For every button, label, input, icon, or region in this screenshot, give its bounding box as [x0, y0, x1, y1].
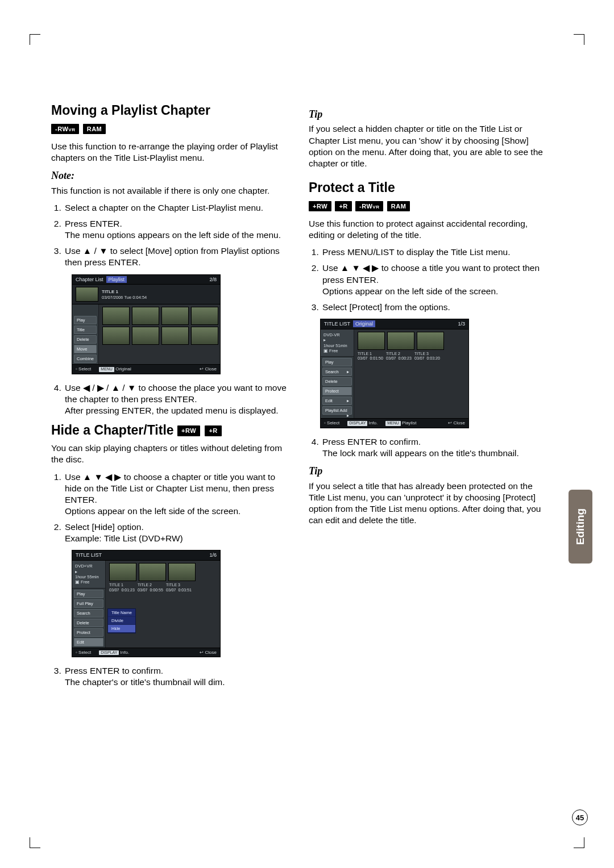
shot-main: TITLE 103/07 0:01:23 TITLE 203/07 0:00:5…	[106, 561, 220, 648]
menu-delete[interactable]: Delete	[74, 335, 97, 344]
steps-hide-cont: Press ENTER to confirm. The chapter's or…	[51, 665, 293, 688]
badge-plus-r: +R	[335, 201, 351, 211]
badge-plus-r: +R	[205, 425, 221, 436]
chapter-thumb[interactable]	[191, 327, 218, 345]
step-text: Press ENTER to confirm.	[65, 666, 163, 675]
chapter-thumb[interactable]	[132, 307, 159, 325]
footer-close: ↩ Close	[200, 366, 217, 372]
heading-moving-playlist: Moving a Playlist Chapter	[51, 102, 293, 119]
menu-title[interactable]: Title	[74, 326, 97, 334]
crop-mark	[30, 34, 40, 45]
info-free: 1hour 55min	[75, 574, 102, 579]
menu-delete[interactable]: Delete	[74, 619, 103, 627]
shot-sidebar: DVD+VR ▸ 1hour 55min ▣ Free Play Full Pl…	[72, 561, 106, 648]
title-cell: TITLE 303/07 0:03:20	[414, 352, 441, 361]
steps-move-chapter: Select a chapter on the Chapter List-Pla…	[51, 202, 293, 269]
heading-hide-chapter: Hide a Chapter/Title +RW +R	[51, 422, 293, 439]
menu-delete[interactable]: Delete	[322, 377, 352, 386]
page-number: 45	[572, 809, 588, 825]
info-format: DVD-VR	[323, 332, 351, 337]
steps-move-chapter-cont: Use ◀ / ▶ / ▲ / ▼ to choose the place yo…	[51, 382, 293, 416]
menu-full-play[interactable]: Full Play	[74, 599, 103, 608]
step-text: Options appear on the left side of the s…	[322, 286, 498, 296]
menu-protect[interactable]: Protect	[74, 628, 103, 637]
note-text: This function is not available if there …	[51, 185, 293, 197]
step: Select [Hide] option. Example: Title Lis…	[64, 521, 293, 544]
chapter-thumb[interactable]	[161, 327, 189, 345]
title-thumb[interactable]	[358, 332, 385, 350]
badge-plus-rw: +RW	[309, 201, 331, 211]
menu-search[interactable]: Search	[74, 609, 103, 617]
chapter-thumb[interactable]	[132, 327, 159, 345]
shot-main: TITLE 103/07 0:01:50 TITLE 203/07 0:00:2…	[354, 329, 468, 419]
menu-play[interactable]: Play	[74, 316, 97, 324]
header-title: TITLE 1	[102, 289, 147, 295]
step-text: Use ▲ ▼ ◀ ▶ to choose a chapter or title…	[65, 472, 275, 504]
step-text: Select [Hide] option.	[65, 522, 144, 532]
info-free-label: ▣ Free	[323, 348, 351, 353]
side-tab: Editing	[569, 490, 592, 564]
chapter-thumb[interactable]	[102, 307, 130, 325]
menu-edit[interactable]: Edit	[74, 638, 103, 646]
header-date: 03/07/2006 Tue 0:04:54	[102, 295, 147, 300]
submenu-hide[interactable]: Hide	[108, 625, 135, 633]
submenu-title-name[interactable]: Title Name	[108, 609, 135, 617]
title-cell: TITLE 303/07 0:03:51	[166, 583, 192, 592]
title-thumb[interactable]	[417, 332, 444, 350]
submenu-divide[interactable]: Divide	[108, 617, 135, 625]
shot-title-left: Chapter List	[76, 277, 103, 282]
screenshot-chapter-list: Chapter List Playlist 2/8 TITLE 1 03/07/…	[72, 274, 221, 374]
title-thumb[interactable]	[387, 332, 414, 350]
note-label: Note:	[51, 169, 293, 182]
crop-mark	[30, 837, 40, 848]
footer-close: ↩ Close	[200, 650, 217, 656]
title-cell: TITLE 103/07 0:01:23	[109, 583, 135, 592]
menu-playlist-add[interactable]: Playlist Add ▸	[322, 406, 352, 415]
info-free: 1hour 51min	[323, 343, 351, 348]
shot-title-left: TITLE LIST	[324, 321, 350, 327]
chapter-thumb[interactable]	[161, 307, 189, 325]
intro-text: You can skip playing chapters or titles …	[51, 443, 293, 465]
footer-info: Info.	[369, 420, 378, 425]
chapter-thumb[interactable]	[191, 307, 218, 325]
shot-title-right: 1/3	[458, 321, 465, 327]
title-cell: TITLE 203/07 0:00:55	[138, 583, 164, 592]
step-text: After pressing ENTER, the updated menu i…	[65, 406, 279, 415]
step-text: Use ◀ / ▶ / ▲ / ▼ to choose the place yo…	[65, 383, 287, 404]
menu-combine[interactable]: Combine	[74, 354, 97, 363]
shot-sidebar: Play Title Delete Move Combine	[72, 304, 99, 364]
side-tab-label: Editing	[574, 508, 587, 545]
menu-edit[interactable]: Edit ▸	[322, 397, 352, 405]
footer-select: ◦ Select	[76, 650, 91, 656]
page: Editing 45 Moving a Playlist Chapter -RW…	[0, 0, 614, 868]
menu-play[interactable]: Play	[322, 358, 352, 366]
step: Use ▲ ▼ ◀ ▶ to choose a chapter or title…	[64, 471, 293, 518]
title-thumb[interactable]	[168, 563, 196, 581]
chapter-thumb[interactable]	[102, 327, 130, 345]
info-format: DVD+VR	[75, 564, 102, 569]
title-cell: TITLE 103/07 0:01:50	[358, 352, 384, 361]
screenshot-title-list-hide: TITLE LIST 1/6 DVD+VR ▸ 1hour 55min ▣ Fr…	[72, 550, 221, 657]
footer-original: Original	[115, 366, 131, 372]
steps-protect: Press MENU/LIST to display the Title Lis…	[309, 247, 550, 313]
disc-badges: +RW +R -RWVR RAM	[309, 200, 550, 211]
title-thumb[interactable]	[139, 563, 166, 581]
menu-search[interactable]: Search ▸	[322, 368, 352, 376]
edit-submenu: Title Name Divide Hide	[107, 608, 136, 633]
intro-text: Use this function to re-arrange the play…	[51, 141, 293, 164]
screenshot-title-list-protect: TITLE LIST Original 1/3 DVD-VR ▸ 1hour 5…	[320, 319, 469, 428]
badge-ram: RAM	[83, 124, 106, 134]
page-number-text: 45	[576, 813, 584, 822]
tip-text: If you select a hidden chapter or title …	[309, 123, 550, 169]
step: Use ▲ / ▼ to select [Move] option from P…	[64, 245, 293, 268]
footer-select: ◦ Select	[324, 420, 339, 426]
info-free-label: ▣ Free	[75, 579, 102, 585]
tip-label: Tip	[309, 108, 550, 121]
step: Press ENTER to confirm. The lock mark wi…	[321, 436, 550, 459]
menu-protect[interactable]: Protect	[322, 387, 352, 395]
badge-plus-rw: +RW	[177, 425, 200, 436]
menu-move[interactable]: Move	[74, 345, 97, 353]
title-thumb[interactable]	[109, 563, 136, 581]
menu-play[interactable]: Play	[74, 590, 103, 598]
title-cell: TITLE 203/07 0:00:23	[386, 352, 412, 361]
